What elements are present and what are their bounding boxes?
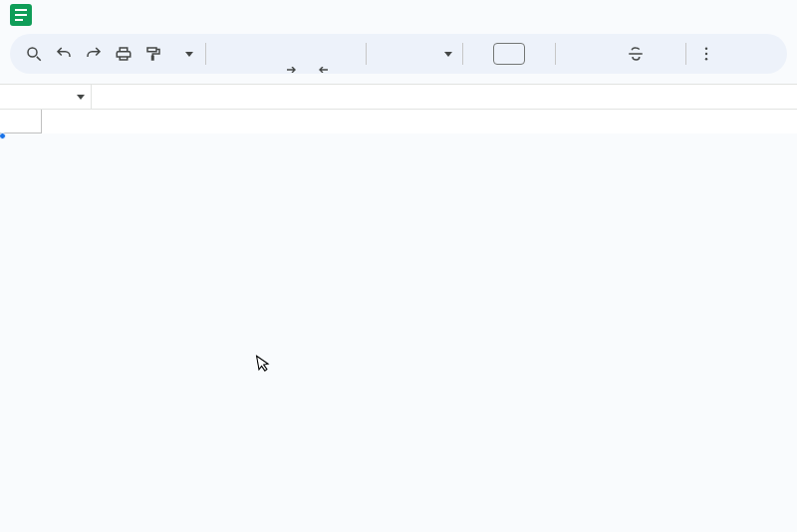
svg-point-2 (705, 58, 707, 60)
toolbar-separator (462, 43, 463, 65)
svg-point-1 (705, 53, 707, 55)
chevron-down-icon (77, 95, 85, 100)
font-select[interactable] (373, 40, 456, 68)
formula-input[interactable] (116, 85, 797, 109)
redo-button[interactable] (80, 40, 108, 68)
name-box[interactable] (0, 85, 92, 109)
redo-icon (85, 45, 103, 63)
mouse-cursor-icon (255, 353, 272, 375)
toolbar-separator (366, 43, 367, 65)
print-icon (115, 45, 133, 63)
toolbar-container (0, 28, 797, 84)
decrease-font-size-button[interactable] (469, 42, 493, 66)
text-color-button[interactable] (652, 40, 679, 68)
svg-point-0 (705, 48, 707, 50)
fill-handle[interactable] (0, 133, 6, 139)
active-cell-outline (0, 133, 4, 137)
more-toolbar-button[interactable] (692, 40, 720, 68)
undo-button[interactable] (50, 40, 78, 68)
select-all-corner[interactable] (0, 110, 42, 133)
toolbar (10, 34, 787, 74)
font-size-input[interactable] (493, 43, 525, 65)
search-icon (25, 45, 43, 63)
spreadsheet-grid[interactable] (0, 110, 797, 133)
toolbar-separator (685, 43, 686, 65)
toolbar-separator (555, 43, 556, 65)
sheets-logo-icon[interactable] (10, 4, 32, 26)
toolbar-separator (205, 43, 206, 65)
decrease-decimal-button[interactable] (272, 40, 300, 68)
more-vertical-icon (697, 45, 715, 63)
bold-button[interactable] (562, 40, 590, 68)
italic-button[interactable] (592, 40, 620, 68)
increase-font-size-button[interactable] (525, 42, 549, 66)
chevron-down-icon (444, 52, 452, 57)
strikethrough-button[interactable] (622, 40, 650, 68)
print-button[interactable] (110, 40, 137, 68)
paint-format-button[interactable] (139, 40, 167, 68)
format-percent-button[interactable] (242, 40, 270, 68)
increase-decimal-button[interactable] (302, 40, 330, 68)
menu-bar (0, 0, 797, 28)
format-currency-button[interactable] (212, 40, 240, 68)
undo-icon (55, 45, 73, 63)
font-size-group (469, 42, 549, 66)
formula-bar (0, 84, 797, 110)
search-menus-button[interactable] (20, 40, 48, 68)
strikethrough-icon (627, 45, 645, 63)
more-formats-button[interactable] (332, 40, 360, 68)
chevron-down-icon (185, 52, 193, 57)
zoom-select[interactable] (169, 40, 199, 68)
paint-roller-icon (144, 45, 162, 63)
